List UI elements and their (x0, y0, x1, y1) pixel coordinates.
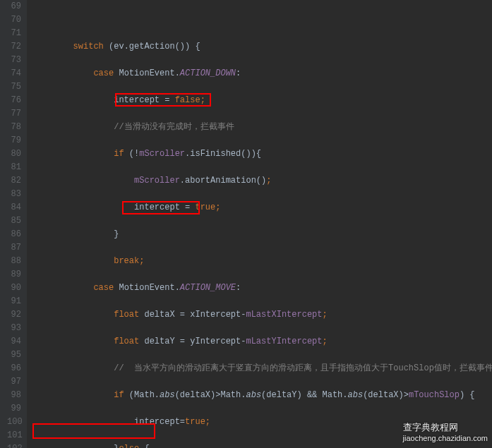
code-line (32, 13, 492, 27)
code-line: case MotionEvent.ACTION_DOWN: (32, 67, 492, 80)
line-number: 70 (7, 13, 21, 27)
code-line: //当滑动没有完成时，拦截事件 (32, 121, 492, 134)
line-number: 102 (7, 442, 21, 448)
line-number: 69 (7, 0, 21, 13)
watermark-url: jiaocheng.chazidian.com (403, 434, 488, 442)
line-number: 96 (7, 362, 21, 375)
line-number: 75 (7, 80, 21, 94)
line-number: 98 (7, 389, 21, 402)
line-number: 81 (7, 161, 21, 174)
line-number: 93 (7, 322, 21, 335)
code-line: mScroller.abortAnimation(); (32, 174, 492, 188)
line-number: 78 (7, 121, 21, 134)
line-number: 76 (7, 94, 21, 107)
line-number-gutter: 6970717273747576777879808182838485868788… (0, 0, 27, 448)
line-number: 88 (7, 255, 21, 268)
code-line: if (!mScroller.isFinished()){ (32, 147, 492, 161)
line-number: 86 (7, 228, 21, 241)
line-number: 72 (7, 40, 21, 54)
code-line: if (Math.abs(deltaX)>Math.abs(deltaY) &&… (32, 389, 492, 402)
code-editor[interactable]: 6970717273747576777879808182838485868788… (0, 0, 492, 448)
line-number: 95 (7, 349, 21, 362)
code-line: break; (32, 255, 492, 268)
code-line: switch (ev.getAction()) { (32, 40, 492, 54)
line-number: 85 (7, 214, 21, 228)
code-line: // 当水平方向的滑动距离大于竖直方向的滑动距离，且手指拖动值大于TouchSl… (32, 362, 492, 375)
line-number: 73 (7, 54, 21, 67)
line-number: 87 (7, 241, 21, 255)
line-number: 79 (7, 134, 21, 147)
code-line: } (32, 228, 492, 241)
line-number: 89 (7, 268, 21, 281)
line-number: 80 (7, 147, 21, 161)
code-line: case MotionEvent.ACTION_MOVE: (32, 281, 492, 295)
code-line: }else { (32, 442, 492, 448)
line-number: 92 (7, 308, 21, 322)
line-number: 94 (7, 335, 21, 349)
watermark: 查字典教程网 jiaocheng.chazidian.com (403, 421, 488, 442)
line-number: 99 (7, 402, 21, 416)
watermark-title: 查字典教程网 (403, 422, 458, 432)
line-number: 84 (7, 201, 21, 214)
line-number: 74 (7, 67, 21, 80)
line-number: 91 (7, 295, 21, 308)
line-number: 77 (7, 107, 21, 121)
code-line: float deltaY = yIntercept-mLastYIntercep… (32, 335, 492, 349)
line-number: 100 (7, 416, 21, 429)
line-number: 97 (7, 375, 21, 389)
line-number: 71 (7, 27, 21, 40)
code-line: intercept = true; (32, 201, 492, 214)
line-number: 101 (7, 429, 21, 442)
line-number: 82 (7, 174, 21, 188)
line-number: 83 (7, 188, 21, 201)
code-line: float deltaX = xIntercept-mLastXIntercep… (32, 308, 492, 322)
code-area[interactable]: switch (ev.getAction()) { case MotionEve… (27, 0, 492, 448)
line-number: 90 (7, 281, 21, 295)
code-line: intercept = false; (32, 94, 492, 107)
